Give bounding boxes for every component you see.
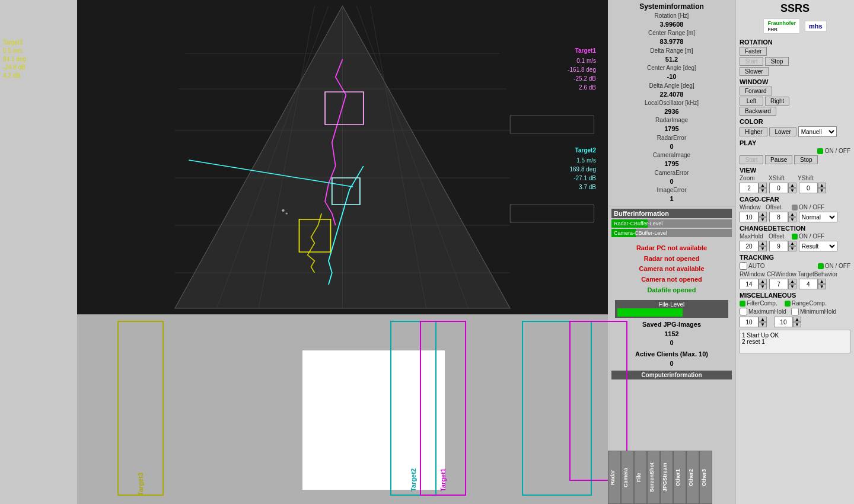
- cago-window-input[interactable]: [740, 212, 759, 222]
- tracking-onoff-label: ON / OFF: [825, 263, 850, 269]
- ssrs-title: SSRS: [740, 2, 850, 15]
- target-behavior-input[interactable]: [799, 279, 818, 289]
- cd-offset-input[interactable]: [769, 241, 788, 251]
- tab-file[interactable]: File: [634, 451, 647, 504]
- cago-window-spinner[interactable]: ▲ ▼: [740, 212, 767, 222]
- tracking-labels-row: RWindow CRWindow TargetBehavior: [740, 271, 850, 277]
- cd-offset-down[interactable]: ▼: [788, 246, 796, 251]
- tracking-onoff-indicator: [818, 263, 824, 269]
- yshift-spinner[interactable]: 0 ▲ ▼: [799, 183, 826, 193]
- slower-button[interactable]: Slower: [740, 67, 769, 76]
- forward-button[interactable]: Forward: [740, 87, 772, 95]
- misc-val2-down[interactable]: ▼: [793, 322, 801, 327]
- play-controls-row: Start Pause Stop: [740, 155, 850, 164]
- crwindow-input[interactable]: [769, 279, 788, 289]
- play-start-button[interactable]: Start: [740, 155, 763, 164]
- crwindow-down[interactable]: ▼: [788, 284, 796, 289]
- cd-maxhold-spinner[interactable]: ▲ ▼: [740, 241, 767, 251]
- tab-other1[interactable]: Other1: [673, 451, 686, 504]
- center-range-row: Center Range [m] 83.9778: [611, 29, 732, 46]
- faster-button[interactable]: Faster: [740, 47, 767, 56]
- tab-jpgstream[interactable]: JPGStream: [660, 451, 673, 504]
- xshift-input[interactable]: 0: [769, 183, 788, 193]
- radar-error-row: RadarError 0: [611, 134, 732, 151]
- rotation-stop-button[interactable]: Stop: [765, 57, 789, 66]
- auto-checkbox[interactable]: [740, 262, 747, 270]
- cd-offset-up[interactable]: ▲: [788, 241, 796, 246]
- rwindow-up[interactable]: ▲: [759, 279, 767, 284]
- higher-button[interactable]: Higher: [740, 127, 767, 136]
- forward-row: Forward: [740, 87, 850, 95]
- target3-angle: 84.1 deg: [3, 55, 74, 63]
- tab-screenshot[interactable]: ScreenShot: [647, 451, 660, 504]
- xshift-spinner[interactable]: 0 ▲ ▼: [769, 183, 796, 193]
- max-hold-checkbox[interactable]: [740, 308, 747, 315]
- color-select[interactable]: Manuell Auto: [798, 126, 837, 137]
- backward-button[interactable]: Backward: [740, 107, 776, 116]
- misc-val2-up[interactable]: ▲: [793, 317, 801, 322]
- xshift-up[interactable]: ▲: [788, 183, 796, 188]
- zoom-up[interactable]: ▲: [759, 183, 767, 188]
- cd-maxhold-down[interactable]: ▼: [759, 246, 767, 251]
- misc-val1-input[interactable]: [740, 317, 759, 327]
- cd-result-select[interactable]: Result Raw: [799, 241, 837, 251]
- target2-stats: 1.5 m/s 169.8 deg -27.1 dB 3.7 dB: [570, 156, 597, 192]
- yshift-down[interactable]: ▼: [818, 188, 826, 193]
- view-labels-row: Zoom XShift YShift: [740, 175, 850, 181]
- zoom-spinner[interactable]: 2 ▲ ▼: [740, 183, 767, 193]
- cago-offset-down[interactable]: ▼: [788, 217, 796, 222]
- tab-bar: Radar Camera File ScreenShot JPGStream O…: [608, 451, 735, 504]
- cago-mode-select[interactable]: Normal Fast: [799, 212, 837, 222]
- cago-offset-up[interactable]: ▲: [788, 212, 796, 217]
- cago-offset-input[interactable]: [769, 212, 788, 222]
- rotation-section-title: ROTATION: [740, 39, 850, 46]
- play-stop-button[interactable]: Stop: [794, 155, 818, 164]
- crwindow-up[interactable]: ▲: [788, 279, 796, 284]
- zoom-down[interactable]: ▼: [759, 188, 767, 193]
- color-section-title: COLOR: [740, 118, 850, 125]
- xshift-down[interactable]: ▼: [788, 188, 796, 193]
- cd-maxhold-input[interactable]: [740, 241, 759, 251]
- pause-button[interactable]: Pause: [765, 155, 792, 164]
- yshift-up[interactable]: ▲: [818, 183, 826, 188]
- rotation-start-button[interactable]: Start: [740, 57, 763, 66]
- misc-val2-spinner[interactable]: ▲ ▼: [774, 317, 801, 327]
- camera-strip: Target3 Target2 Target1: [77, 314, 608, 504]
- target-behavior-spinner[interactable]: ▲ ▼: [799, 279, 826, 289]
- cago-window-label: Window: [740, 204, 763, 210]
- min-hold-checkbox[interactable]: [791, 308, 799, 315]
- cago-window-up[interactable]: ▲: [759, 212, 767, 217]
- cago-window-down[interactable]: ▼: [759, 217, 767, 222]
- rwindow-down[interactable]: ▼: [759, 284, 767, 289]
- cago-offset-spinner[interactable]: ▲ ▼: [769, 212, 796, 222]
- rwindow-spinner[interactable]: ▲ ▼: [740, 279, 767, 289]
- start-stop-row: Start Stop: [740, 57, 850, 66]
- yshift-input[interactable]: 0: [799, 183, 818, 193]
- controls-panel: SSRS Fraunhofer FHR mhs ROTATION Faster …: [735, 0, 854, 504]
- misc-val2-input[interactable]: [774, 317, 793, 327]
- misc-val1-up[interactable]: ▲: [759, 317, 767, 322]
- rwindow-input[interactable]: [740, 279, 759, 289]
- cd-maxhold-up[interactable]: ▲: [759, 241, 767, 246]
- target2-label: Target2: [575, 147, 596, 154]
- cd-onoff-indicator: [792, 234, 798, 240]
- misc-values-row: ▲ ▼ ▲ ▼: [740, 317, 850, 327]
- crwindow-spinner[interactable]: ▲ ▼: [769, 279, 796, 289]
- misc-val1-down[interactable]: ▼: [759, 322, 767, 327]
- tab-camera[interactable]: Camera: [621, 451, 634, 504]
- target3-label: Target3: [3, 39, 74, 47]
- right-button[interactable]: Right: [765, 97, 789, 106]
- tab-other2[interactable]: Other2: [686, 451, 699, 504]
- target3-speed: 0.5 m/s: [3, 47, 74, 55]
- system-info-box: Systeminformation Rotation [Hz] 3.99608 …: [608, 0, 735, 206]
- target-behavior-up[interactable]: ▲: [818, 279, 826, 284]
- tab-other3[interactable]: Other3: [699, 451, 712, 504]
- log-box: 1 Start Up OK 2 reset 1: [740, 330, 850, 353]
- lower-button[interactable]: Lower: [769, 127, 796, 136]
- tab-radar[interactable]: Radar: [608, 451, 621, 504]
- left-button[interactable]: Left: [740, 97, 763, 106]
- cd-offset-spinner[interactable]: ▲ ▼: [769, 241, 796, 251]
- target-behavior-down[interactable]: ▼: [818, 284, 826, 289]
- zoom-input[interactable]: 2: [740, 183, 759, 193]
- misc-val1-spinner[interactable]: ▲ ▼: [740, 317, 767, 327]
